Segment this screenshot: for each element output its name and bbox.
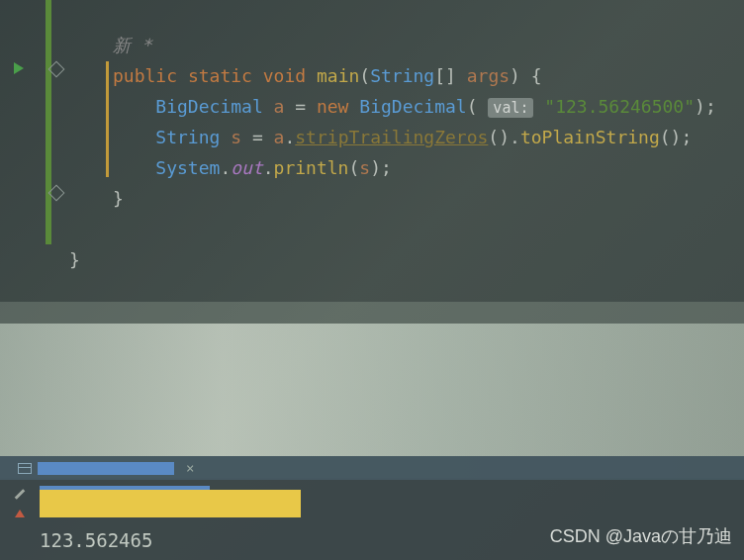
separator-bar[interactable] bbox=[0, 302, 744, 324]
method-strip-trailing: stripTrailingZeros bbox=[295, 127, 488, 147]
edit-icon[interactable] bbox=[13, 488, 27, 502]
editor-area: 新 * public static void main(String[] arg… bbox=[0, 0, 744, 302]
watermark-text: CSDN @Javaの甘乃迪 bbox=[550, 524, 732, 548]
terminal-tab-icon bbox=[18, 463, 32, 474]
fold-gutter bbox=[47, 0, 69, 302]
terminal-tab-title-redacted[interactable] bbox=[38, 462, 174, 475]
scroll-up-icon[interactable] bbox=[15, 510, 25, 517]
run-icon[interactable] bbox=[14, 62, 24, 74]
background-image-area bbox=[0, 324, 744, 478]
method-println: println bbox=[274, 157, 349, 178]
terminal-tab-bar: × bbox=[0, 456, 744, 480]
comment-text: 新 * bbox=[113, 35, 152, 55]
field-out: out bbox=[231, 157, 263, 178]
fold-marker-icon[interactable] bbox=[48, 61, 65, 78]
redacted-command-bar bbox=[40, 490, 301, 517]
method-main: main bbox=[317, 65, 359, 86]
method-indent-guide bbox=[106, 61, 109, 177]
terminal-tool-strip bbox=[0, 480, 40, 551]
param-hint-badge: val: bbox=[488, 98, 533, 118]
code-editor[interactable]: 新 * public static void main(String[] arg… bbox=[69, 0, 744, 302]
left-gutter bbox=[0, 0, 47, 302]
method-to-plain-string: toPlainString bbox=[520, 127, 660, 147]
close-tab-icon[interactable]: × bbox=[186, 460, 194, 476]
fold-marker-icon[interactable] bbox=[48, 185, 65, 202]
